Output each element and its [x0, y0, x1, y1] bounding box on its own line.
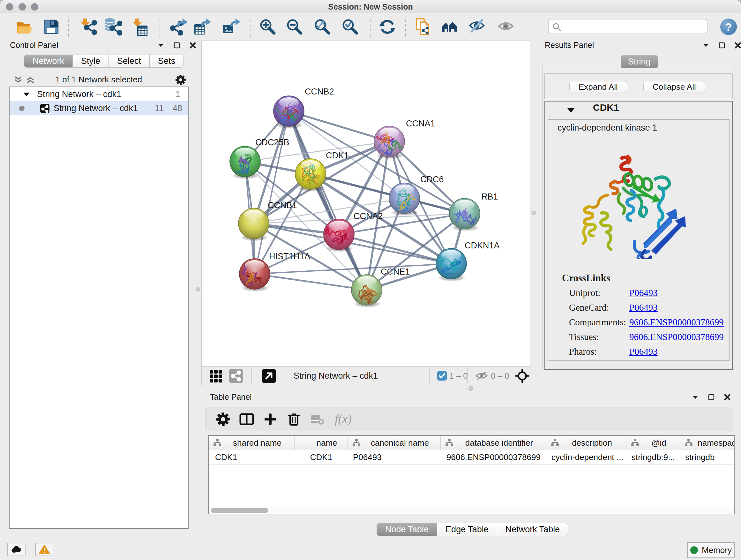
import-network-file-icon[interactable] — [79, 18, 97, 36]
crosslink-link[interactable]: 9606.ENSP00000378699 — [629, 317, 724, 327]
export-image-icon[interactable] — [222, 18, 240, 36]
scrollbar-thumb[interactable] — [211, 508, 268, 513]
network-edge[interactable] — [289, 111, 389, 141]
network-node-ccna1[interactable]: CCNA1 — [374, 119, 435, 159]
show-all-icon[interactable] — [441, 18, 459, 36]
control-panel-title: Control Panel — [10, 41, 58, 50]
section-expander-icon[interactable] — [567, 107, 575, 114]
maximize-panel-icon[interactable] — [707, 393, 716, 401]
network-edge[interactable] — [255, 111, 289, 274]
zoom-selected-icon[interactable] — [341, 18, 359, 36]
tab-network-table[interactable]: Network Table — [497, 523, 569, 536]
crosslink-row: Compartments:9606.ENSP00000378699 — [548, 317, 729, 332]
network-node-ccnb1[interactable]: CCNB1 — [239, 200, 297, 241]
warning-button[interactable] — [35, 543, 53, 556]
table-header: shared namename canonical name database … — [209, 436, 734, 450]
column-header-shared-name[interactable]: shared name — [209, 436, 294, 450]
table-cell[interactable]: P06493 — [348, 450, 441, 464]
zoom-out-icon[interactable] — [286, 18, 304, 36]
refresh-icon[interactable] — [379, 18, 396, 36]
table-cell[interactable]: 9606.ENSP00000378699 — [441, 450, 546, 464]
birdseye-grid-icon[interactable] — [209, 369, 223, 383]
column-header-name[interactable]: name — [294, 436, 348, 450]
column-header-namespace[interactable]: namespace — [680, 436, 735, 450]
selected-checkbox-icon[interactable] — [437, 371, 447, 381]
table-cell[interactable]: CDK1 — [209, 450, 294, 464]
crosslink-link[interactable]: P06493 — [629, 288, 658, 298]
collapse-all-button[interactable]: Collapse All — [643, 81, 705, 93]
table-cell[interactable]: stringdb:9... — [626, 450, 680, 464]
column-header-canonical-name[interactable]: canonical name — [348, 436, 441, 450]
left-splitter-handle[interactable] — [196, 287, 200, 292]
hidden-eye-icon[interactable] — [475, 371, 488, 381]
tab-sets[interactable]: Sets — [150, 55, 184, 68]
svg-text:f(x): f(x) — [335, 412, 352, 426]
maximize-panel-icon[interactable] — [173, 41, 181, 50]
hide-selected-icon[interactable] — [468, 18, 486, 36]
zoom-in-icon[interactable] — [259, 18, 277, 36]
add-column-icon[interactable] — [263, 412, 278, 427]
close-panel-icon[interactable] — [189, 41, 197, 50]
split-pane-icon[interactable] — [239, 412, 254, 427]
network-collection-row[interactable]: String Network – cdk1 1 — [10, 87, 188, 101]
column-header-id[interactable]: @id — [626, 436, 680, 450]
warning-icon — [39, 544, 50, 555]
network-tree: String Network – cdk1 1 String Network –… — [9, 86, 189, 529]
cloud-button[interactable] — [7, 543, 25, 556]
float-panel-icon[interactable] — [702, 41, 710, 50]
import-table-file-icon[interactable] — [131, 18, 149, 36]
tab-edge-table[interactable]: Edge Table — [437, 523, 497, 536]
column-label: description — [559, 436, 625, 450]
help-button[interactable]: ? — [720, 18, 737, 35]
column-type-icon — [684, 439, 693, 447]
share-network-icon[interactable] — [229, 369, 243, 383]
column-header-description[interactable]: description — [546, 436, 626, 450]
import-network-database-icon[interactable] — [104, 18, 122, 36]
close-panel-icon[interactable] — [734, 41, 741, 50]
memory-label: Memory — [702, 545, 732, 555]
network-node-cdc6[interactable]: CDC6 — [389, 175, 444, 216]
right-splitter-handle[interactable] — [532, 211, 536, 215]
crosslink-link[interactable]: 9606.ENSP00000378699 — [629, 332, 724, 342]
table-cell[interactable]: cyclin-dependent ... — [546, 450, 626, 464]
open-file-icon[interactable] — [16, 18, 33, 36]
float-panel-icon[interactable] — [157, 41, 165, 50]
expand-all-button[interactable]: Expand All — [569, 81, 627, 93]
crosslink-row: GeneCard:P06493 — [548, 302, 729, 317]
crosslink-link[interactable]: P06493 — [629, 302, 658, 313]
network-node-rb1[interactable]: RB1 — [449, 192, 498, 231]
memory-button[interactable]: Memory — [687, 542, 735, 558]
tab-style[interactable]: Style — [73, 55, 109, 68]
show-selected-icon[interactable] — [497, 18, 515, 36]
table-cell[interactable]: CDK1 — [294, 450, 348, 464]
crosslink-link[interactable]: P06493 — [629, 347, 658, 357]
zoom-fit-icon[interactable] — [313, 18, 331, 36]
network-node-cdkn1a[interactable]: CDKN1A — [436, 241, 500, 281]
fit-selected-crosshair-icon[interactable] — [515, 369, 529, 383]
close-panel-icon[interactable] — [723, 393, 731, 401]
duplicate-style-icon[interactable] — [414, 18, 432, 36]
save-session-icon[interactable] — [43, 18, 60, 36]
network-row[interactable]: String Network – cdk1 11 48 — [10, 101, 188, 115]
table-gear-icon[interactable] — [215, 412, 231, 427]
bottom-splitter-handle[interactable] — [468, 386, 473, 391]
export-table-icon[interactable] — [193, 18, 211, 36]
table-cell[interactable]: stringdb — [680, 450, 735, 464]
float-panel-icon[interactable] — [691, 393, 699, 401]
tab-select[interactable]: Select — [109, 55, 150, 68]
search-input[interactable] — [564, 21, 704, 32]
tab-node-table[interactable]: Node Table — [377, 523, 437, 536]
export-network-icon[interactable] — [170, 18, 188, 36]
tab-string[interactable]: String — [621, 55, 658, 68]
table-hscrollbar[interactable] — [209, 507, 734, 514]
tab-network[interactable]: Network — [24, 55, 73, 68]
open-in-window-icon[interactable] — [262, 369, 276, 383]
title-bar: Session: New Session — [0, 0, 741, 13]
delete-column-icon[interactable] — [286, 412, 301, 427]
column-header-database-identifier[interactable]: database identifier — [441, 436, 546, 450]
maximize-panel-icon[interactable] — [718, 41, 726, 50]
collection-expander-icon[interactable] — [23, 91, 30, 98]
network-edge[interactable] — [255, 274, 367, 290]
network-canvas[interactable]: CCNB2CCNA1CDC25BCDK1CDC6RB1CCNB1CCNA2CDK… — [202, 41, 530, 366]
network-options-gear-icon[interactable] — [175, 74, 186, 86]
